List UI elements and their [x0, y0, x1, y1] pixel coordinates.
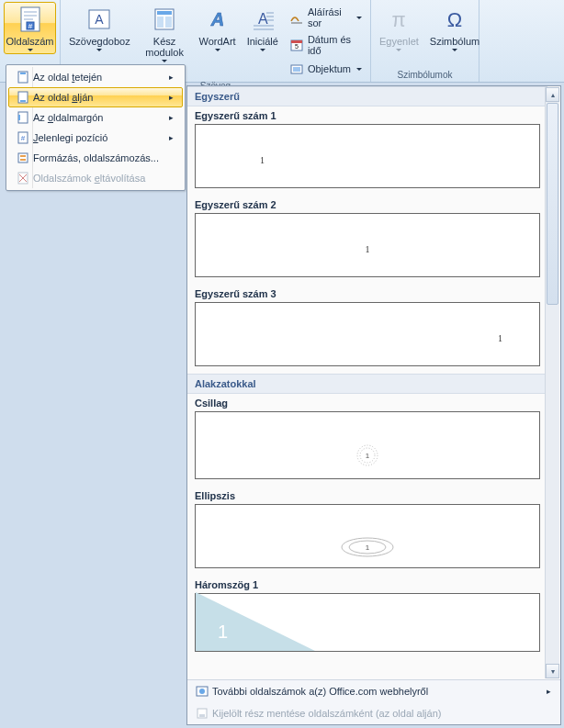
szimbolum-label: Szimbólum	[430, 36, 479, 47]
gallery-item-star[interactable]: Csillag 1	[187, 394, 547, 487]
page-number-icon: #	[16, 5, 45, 34]
format-icon	[13, 150, 33, 166]
gallery-preview: 1	[195, 213, 540, 277]
inicialek-label: Iniciálé	[247, 36, 278, 47]
svg-rect-3	[24, 18, 33, 20]
office-com-icon	[192, 683, 212, 700]
wordart-button[interactable]: A WordArt	[195, 2, 241, 79]
equation-icon: π	[384, 5, 413, 34]
page-number-sample: 1	[260, 155, 265, 165]
scroll-thumb[interactable]	[547, 103, 558, 305]
gallery-footer: További oldalszámok a(z) Office.com webh…	[187, 679, 560, 724]
svg-rect-24	[293, 67, 300, 72]
menu-top-label: Az oldal tetején	[33, 72, 169, 83]
kesz-modulok-label: Kész modulok	[141, 36, 188, 58]
chevron-right-icon: ▸	[169, 133, 182, 142]
menu-margin-label: Az oldalmargón	[33, 112, 169, 123]
date-time-icon: 5	[289, 38, 304, 52]
svg-text:Ω: Ω	[447, 8, 462, 31]
gallery-item-simple-1[interactable]: Egyszerű szám 1 1	[187, 106, 547, 196]
menu-remove-label: Oldalszámok eltávolítása	[33, 173, 182, 184]
menu-format[interactable]: Formázás, oldalszámozás...	[8, 148, 183, 168]
scroll-down-button[interactable]: ▾	[546, 664, 559, 678]
svg-marker-47	[196, 592, 315, 651]
gallery-preview: 1	[195, 124, 540, 188]
current-pos-icon: #	[13, 129, 33, 146]
menu-current-label: Jelenlegi pozíció	[33, 132, 169, 143]
gallery-preview: 1	[195, 302, 540, 366]
menu-bottom-of-page[interactable]: Az oldal alján ▸	[8, 87, 183, 107]
menu-page-margin[interactable]: Az oldalmargón ▸	[8, 107, 183, 128]
menu-current-position[interactable]: # Jelenlegi pozíció ▸	[8, 128, 183, 148]
svg-rect-32	[18, 115, 20, 120]
oldalszam-button[interactable]: # Oldalszám	[4, 2, 56, 54]
chevron-right-icon: ▸	[169, 113, 182, 122]
svg-text:A: A	[209, 9, 223, 29]
gallery-item-ellipse[interactable]: Ellipszis 1	[187, 487, 547, 576]
gallery-item-title: Egyszerű szám 1	[195, 110, 540, 121]
gallery-item-simple-3[interactable]: Egyszerű szám 3 1	[187, 285, 547, 374]
svg-text:A: A	[96, 12, 105, 27]
wordart-label: WordArt	[199, 36, 236, 47]
objektum-button[interactable]: Objektum	[285, 59, 367, 79]
svg-rect-1	[24, 11, 37, 13]
gallery-item-simple-2[interactable]: Egyszerű szám 2 1	[187, 196, 547, 285]
chevron-down-icon	[215, 49, 220, 51]
szimbolum-button[interactable]: Ω Szimbólum	[425, 2, 484, 54]
drop-cap-icon: A	[248, 5, 277, 34]
menu-remove: Oldalszámok eltávolítása	[8, 168, 183, 188]
svg-rect-30	[20, 100, 26, 102]
svg-text:1: 1	[218, 622, 228, 642]
chevron-right-icon: ▸	[169, 93, 182, 102]
footer-more-office[interactable]: További oldalszámok a(z) Office.com webh…	[187, 680, 560, 702]
wordart-icon: A	[203, 5, 232, 34]
svg-text:5: 5	[295, 43, 299, 50]
svg-text:1: 1	[366, 543, 370, 552]
footer-more-label: További oldalszámok a(z) Office.com webh…	[212, 686, 547, 697]
gallery-scrollbar[interactable]: ▴ ▾	[545, 87, 559, 678]
svg-rect-36	[20, 155, 26, 157]
chevron-right-icon: ▸	[547, 687, 559, 696]
menu-bottom-label: Az oldal alján	[33, 92, 169, 103]
object-icon	[289, 62, 304, 76]
alairasi-label: Aláírási sor	[308, 6, 351, 28]
menu-top-of-page[interactable]: Az oldal tetején ▸	[8, 67, 183, 87]
scroll-up-button[interactable]: ▴	[546, 87, 559, 102]
chevron-down-icon	[452, 49, 457, 51]
svg-rect-11	[165, 17, 172, 28]
szovegdoboz-label: Szövegdoboz	[69, 36, 130, 47]
gallery-section-shapes: Alakzatokkal	[187, 374, 547, 394]
footer-save-label: Kijelölt rész mentése oldalszámként (az …	[212, 708, 559, 719]
svg-text:#: #	[28, 22, 32, 30]
chevron-right-icon: ▸	[169, 73, 182, 82]
footer-save-selection: Kijelölt rész mentése oldalszámként (az …	[187, 702, 560, 724]
egyenlet-button[interactable]: π Egyenlet	[375, 2, 423, 54]
inicialek-button[interactable]: A Iniciálé	[243, 2, 283, 79]
datum-label: Dátum és idő	[308, 34, 362, 56]
menu-format-label: Formázás, oldalszámozás...	[33, 152, 182, 163]
alairasi-sor-button[interactable]: Aláírási sor	[285, 4, 367, 31]
textbox-icon: A	[85, 5, 114, 34]
svg-rect-52	[199, 714, 205, 717]
objektum-label: Objektum	[308, 63, 351, 74]
chevron-down-icon	[162, 60, 167, 62]
save-selection-icon	[192, 705, 212, 722]
svg-rect-37	[20, 159, 26, 161]
gallery-item-title: Háromszög 1	[195, 579, 540, 590]
svg-rect-35	[18, 153, 28, 162]
chevron-down-icon	[396, 49, 401, 51]
svg-text:π: π	[392, 8, 406, 31]
page-margin-icon	[13, 109, 33, 126]
quick-parts-icon	[150, 5, 179, 34]
group-szimbolumok-label: Szimbólumok	[375, 68, 475, 82]
page-number-sample: 1	[366, 244, 370, 254]
gallery-preview: 1	[195, 504, 540, 568]
gallery-item-triangle-1[interactable]: Háromszög 1 1	[187, 576, 547, 659]
gallery-preview: 1	[195, 593, 540, 652]
star-shape-icon: 1	[355, 443, 379, 467]
gallery-scroll-area: Egyszerű Egyszerű szám 1 1 Egyszerű szám…	[187, 86, 560, 679]
svg-rect-10	[157, 17, 164, 28]
group-szimbolumok: π Egyenlet Ω Szimbólum Szimbólumok	[371, 0, 479, 82]
gallery-item-title: Ellipszis	[195, 490, 540, 501]
datum-ido-button[interactable]: 5 Dátum és idő	[285, 31, 367, 59]
